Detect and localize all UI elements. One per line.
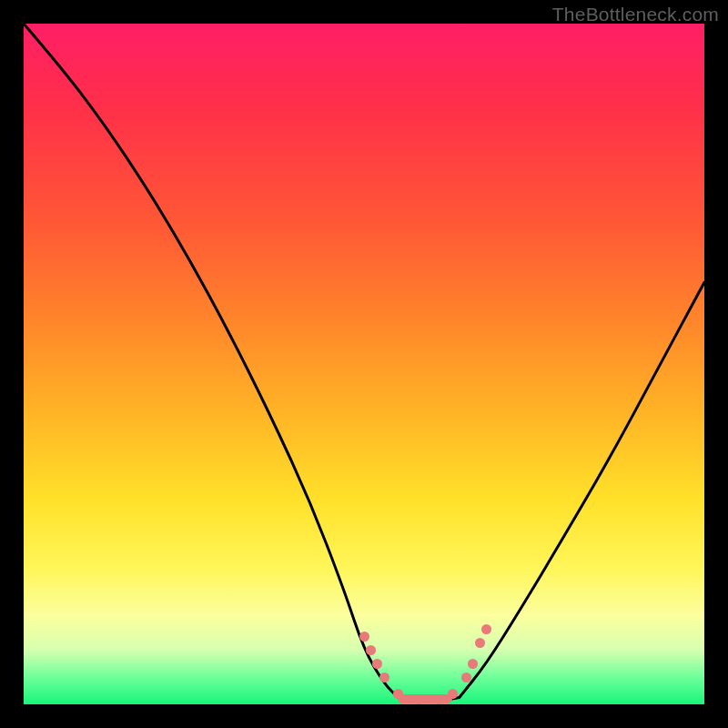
marker-segment bbox=[398, 694, 452, 703]
watermark-text: TheBottleneck.com bbox=[552, 4, 719, 25]
chart-container: TheBottleneck.com bbox=[0, 0, 728, 728]
marker-dot bbox=[475, 638, 485, 648]
plot-area bbox=[24, 24, 704, 704]
marker-dot bbox=[366, 645, 376, 655]
bottleneck-curve bbox=[24, 24, 704, 704]
marker-dot bbox=[379, 672, 389, 682]
marker-dot bbox=[468, 659, 478, 669]
marker-dot bbox=[461, 672, 471, 682]
marker-dot bbox=[359, 632, 369, 642]
